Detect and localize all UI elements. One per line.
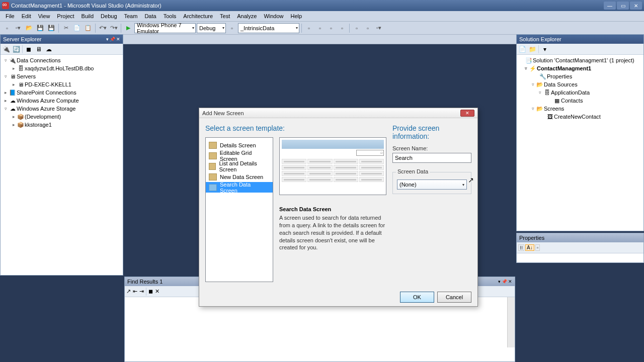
next-icon[interactable]: ⇥ [139, 288, 144, 295]
redo-icon[interactable]: ↷▾ [109, 23, 119, 33]
tree-node-screen1[interactable]: 🖼CreateNewContact [517, 113, 643, 121]
server-explorer-toolbar: 🔌 🔄 ◼ 🖥 ☁ [1, 44, 123, 55]
properties-panel: Properties ⁞⁞ A↓ ▫ [516, 233, 644, 263]
new-project-icon[interactable]: ▫ [2, 23, 12, 33]
menu-test[interactable]: Test [216, 12, 233, 20]
template-icon [209, 142, 217, 149]
close-button[interactable]: ✕ [630, 2, 642, 10]
solution-tree: 📑Solution 'ContactManagment1' (1 project… [517, 55, 643, 122]
menu-project[interactable]: Project [53, 12, 77, 20]
dialog-close-button[interactable]: ✕ [460, 110, 474, 117]
tool-icon[interactable]: ▫ [304, 23, 314, 33]
categorize-icon[interactable]: ⁞⁞ [518, 244, 524, 251]
stop-icon[interactable]: ◼ [148, 288, 153, 295]
tree-node-screens[interactable]: ▿📂Screens [517, 105, 643, 113]
start-debug-icon[interactable]: ▶ [123, 23, 133, 33]
prop-pages-icon[interactable]: ▫ [535, 244, 540, 251]
cut-icon[interactable]: ✂ [61, 23, 71, 33]
stop-icon[interactable]: ◼ [25, 45, 33, 53]
save-icon[interactable]: 💾 [35, 23, 45, 33]
tree-node-solution[interactable]: 📑Solution 'ContactManagment1' (1 project… [517, 56, 643, 64]
solution-explorer-toolbar: 📄 📁 ▾ [517, 44, 643, 55]
tree-node-project[interactable]: ▿⚡ContactManagment1 [517, 64, 643, 72]
connect-icon[interactable]: 🔌 [2, 45, 10, 53]
clear-icon[interactable]: ✕ [155, 288, 159, 295]
menu-build[interactable]: Build [78, 12, 97, 20]
open-file-icon[interactable]: 📂 [24, 23, 34, 33]
tool-icon[interactable]: ▫ [315, 23, 325, 33]
cloud-icon[interactable]: ☁ [45, 45, 53, 53]
copy-icon[interactable]: 📄 [72, 23, 82, 33]
tool-icon[interactable]: ▫ [363, 23, 373, 33]
save-all-icon[interactable]: 💾 [46, 23, 56, 33]
prev-icon[interactable]: ⇤ [133, 288, 137, 295]
template-search-data[interactable]: Search Data Screen [206, 182, 273, 193]
properties-icon[interactable]: 📄 [518, 45, 526, 53]
add-item-icon[interactable]: ▫▾ [13, 23, 23, 33]
pin-icon[interactable]: 📌 [110, 37, 115, 42]
tree-node-server1[interactable]: ▸🖥PD-EXEC-KKELL1 [1, 80, 123, 88]
dropdown-icon[interactable]: ▾ [498, 279, 501, 284]
tree-node-data-sources[interactable]: ▿📂Data Sources [517, 80, 643, 88]
menu-bar: File Edit View Project Build Debug Team … [0, 11, 644, 21]
template-icon [209, 173, 217, 180]
menu-edit[interactable]: Edit [18, 12, 35, 20]
menu-window[interactable]: Window [260, 12, 287, 20]
template-icon [209, 184, 217, 191]
close-icon[interactable]: ✕ [508, 279, 512, 284]
dataset-combo[interactable]: _IntrinsicData [238, 23, 299, 33]
tree-node-app-data[interactable]: ▿🗄ApplicationData [517, 88, 643, 97]
cancel-button[interactable]: Cancel [437, 292, 471, 303]
tree-node-sharepoint[interactable]: ▸📘SharePoint Connections [1, 88, 123, 97]
tree-node-azure-compute[interactable]: ▸☁Windows Azure Compute [1, 97, 123, 105]
paste-icon[interactable]: 📋 [83, 23, 93, 33]
template-list-details[interactable]: List and Details Screen [206, 161, 273, 171]
tool-icon[interactable]: ▫ [326, 23, 336, 33]
tool-icon[interactable]: ▫ [352, 23, 362, 33]
dropdown-icon[interactable]: ▾ [106, 37, 109, 42]
minimize-button[interactable]: — [604, 2, 616, 10]
template-editable-grid[interactable]: Editable Grid Screen [206, 150, 273, 161]
template-list: Details Screen Editable Grid Screen List… [205, 137, 273, 282]
menu-analyze[interactable]: Analyze [233, 12, 260, 20]
server-icon[interactable]: 🖥 [35, 45, 43, 53]
menu-tools[interactable]: Tools [160, 12, 180, 20]
debug-target-combo[interactable]: Windows Phone 7 Emulator [134, 23, 196, 33]
menu-file[interactable]: File [2, 12, 18, 20]
template-details-screen[interactable]: Details Screen [206, 140, 273, 150]
tree-node-dev[interactable]: ▸📦(Development) [1, 113, 123, 121]
menu-help[interactable]: Help [287, 12, 306, 20]
platform-icon[interactable]: ▫ [227, 23, 237, 33]
tree-node-servers[interactable]: ▿🖥Servers [1, 72, 123, 80]
add-new-screen-dialog: Add New Screen ✕ Select a screen templat… [199, 108, 478, 307]
tree-node-azure-storage[interactable]: ▿☁Windows Azure Storage [1, 105, 123, 113]
dialog-titlebar[interactable]: Add New Screen ✕ [199, 108, 477, 118]
close-icon[interactable]: ✕ [116, 37, 120, 42]
tree-node-properties[interactable]: 🔧Properties [517, 72, 643, 80]
screen-data-combo[interactable]: (None) [397, 179, 467, 190]
template-new-data[interactable]: New Data Screen [206, 171, 273, 182]
tree-node-storage1[interactable]: ▸📦kkstorage1 [1, 121, 123, 129]
dropdown-icon[interactable]: ▾ [541, 45, 549, 53]
config-combo[interactable]: Debug [197, 23, 226, 33]
undo-icon[interactable]: ↶▾ [98, 23, 108, 33]
separator [301, 24, 302, 33]
show-all-icon[interactable]: 📁 [528, 45, 536, 53]
refresh-icon[interactable]: 🔄 [12, 45, 20, 53]
tool-icon[interactable]: ▫▾ [374, 23, 384, 33]
menu-data[interactable]: Data [141, 12, 159, 20]
tree-node-db[interactable]: ▸🗄xaqdyzw1dt.HoLTestDB.dbo [1, 64, 123, 72]
tree-node-contacts[interactable]: ▦Contacts [517, 97, 643, 105]
goto-icon[interactable]: ↗ [126, 288, 131, 295]
screen-name-input[interactable] [392, 153, 471, 163]
pin-icon[interactable]: 📌 [502, 279, 507, 284]
menu-architecture[interactable]: Architecture [180, 12, 216, 20]
menu-team[interactable]: Team [121, 12, 141, 20]
menu-debug[interactable]: Debug [97, 12, 120, 20]
sort-icon[interactable]: A↓ [525, 244, 534, 251]
tree-node-data-connections[interactable]: ▿🔌Data Connections [1, 56, 123, 64]
tool-icon[interactable]: ▫ [337, 23, 347, 33]
maximize-button[interactable]: ▭ [617, 2, 629, 10]
ok-button[interactable]: OK [400, 292, 434, 303]
menu-view[interactable]: View [35, 12, 54, 20]
